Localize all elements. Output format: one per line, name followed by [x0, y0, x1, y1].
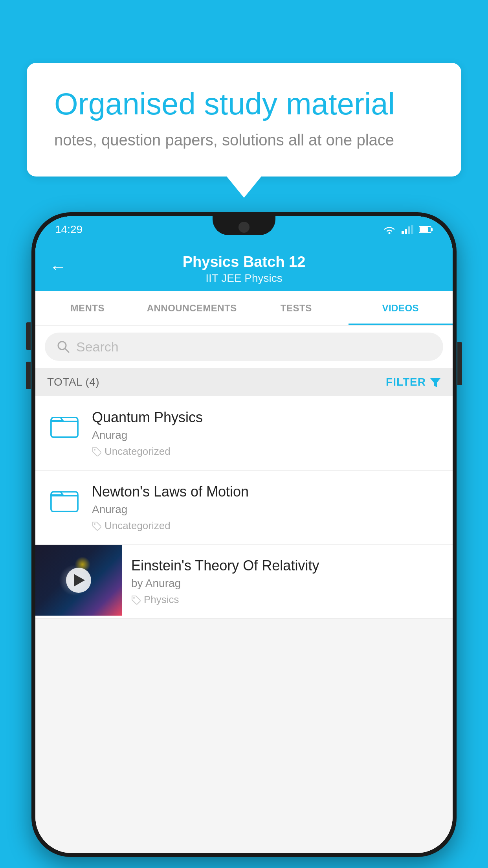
- phone-mockup: 14:29: [31, 212, 457, 857]
- svg-point-0: [389, 232, 391, 234]
- tab-tests[interactable]: TESTS: [244, 291, 349, 325]
- filter-button[interactable]: FILTER: [386, 376, 441, 388]
- screen-content: 14:29: [35, 216, 453, 853]
- video-author: Anurag: [92, 429, 443, 441]
- video-tag: Uncategorized: [92, 445, 443, 458]
- svg-rect-3: [408, 226, 410, 234]
- folder-icon-2: [49, 485, 80, 513]
- search-icon: [57, 340, 70, 353]
- svg-line-9: [65, 348, 69, 352]
- app-title: Physics Batch 12: [183, 254, 306, 270]
- video-item-newton[interactable]: Newton's Laws of Motion Anurag Uncategor…: [35, 471, 453, 545]
- video-item-content-3: Einstein's Theory Of Relativity by Anura…: [122, 545, 453, 618]
- signal-icon: [402, 225, 413, 234]
- speech-bubble-title: Organised study material: [54, 86, 434, 122]
- status-time: 14:29: [55, 223, 83, 236]
- folder-icon: [49, 410, 80, 439]
- video-item-einstein[interactable]: Einstein's Theory Of Relativity by Anura…: [35, 545, 453, 619]
- search-bar[interactable]: Search: [45, 333, 443, 361]
- tab-bar: MENTS ANNOUNCEMENTS TESTS VIDEOS: [35, 291, 453, 326]
- app-header: ← Physics Batch 12 IIT JEE Physics: [35, 243, 453, 291]
- speech-bubble: Organised study material notes, question…: [27, 63, 461, 198]
- svg-point-12: [94, 449, 95, 451]
- speech-bubble-arrow: [227, 177, 261, 198]
- play-triangle-icon: [74, 574, 85, 587]
- video-author-3: by Anurag: [131, 577, 443, 590]
- volume-up-button[interactable]: [26, 322, 31, 350]
- video-item-content-2: Newton's Laws of Motion Anurag Uncategor…: [92, 483, 443, 532]
- tag-icon-3: [131, 595, 141, 605]
- screen-top-area: 14:29: [35, 216, 453, 326]
- play-button[interactable]: [66, 568, 91, 593]
- search-container: Search: [35, 326, 453, 368]
- tab-ments[interactable]: MENTS: [35, 291, 140, 325]
- video-tag-3: Physics: [131, 594, 443, 606]
- status-bar: 14:29: [35, 216, 453, 243]
- svg-rect-6: [431, 228, 433, 231]
- svg-rect-2: [405, 229, 407, 234]
- power-button[interactable]: [457, 342, 462, 385]
- svg-marker-10: [430, 378, 441, 387]
- video-tag-2: Uncategorized: [92, 520, 443, 532]
- total-count: TOTAL (4): [47, 376, 99, 388]
- tag-icon: [92, 447, 101, 456]
- svg-point-15: [133, 597, 135, 599]
- app-subtitle: IIT JEE Physics: [205, 272, 283, 285]
- videos-content: Search TOTAL (4) FILTER: [35, 326, 453, 853]
- filter-bar: TOTAL (4) FILTER: [35, 368, 453, 396]
- search-placeholder: Search: [76, 339, 119, 355]
- svg-rect-1: [402, 231, 404, 234]
- video-title-2: Newton's Laws of Motion: [92, 483, 443, 500]
- battery-icon: [419, 226, 433, 234]
- tab-announcements[interactable]: ANNOUNCEMENTS: [140, 291, 244, 325]
- video-title: Quantum Physics: [92, 409, 443, 426]
- svg-point-14: [94, 523, 95, 525]
- speech-bubble-subtitle: notes, question papers, solutions all at…: [54, 131, 434, 149]
- video-title-3: Einstein's Theory Of Relativity: [131, 557, 443, 574]
- speech-bubble-card: Organised study material notes, question…: [27, 63, 461, 177]
- filter-icon: [430, 377, 441, 387]
- video-author-2: Anurag: [92, 503, 443, 516]
- folder-icon-container: [45, 409, 84, 439]
- video-item-content: Quantum Physics Anurag Uncategorized: [92, 409, 443, 458]
- svg-rect-7: [420, 227, 428, 232]
- tag-icon-2: [92, 521, 101, 531]
- folder-icon-container-2: [45, 483, 84, 513]
- volume-down-button[interactable]: [26, 362, 31, 389]
- phone-outer: 14:29: [31, 212, 457, 857]
- video-thumbnail: [35, 545, 122, 616]
- svg-rect-4: [411, 225, 413, 234]
- status-icons: [383, 224, 433, 235]
- video-item-quantum[interactable]: Quantum Physics Anurag Uncategorized: [35, 396, 453, 471]
- wifi-icon: [383, 224, 396, 235]
- back-button[interactable]: ←: [50, 257, 67, 277]
- phone-screen: 14:29: [35, 216, 453, 853]
- tab-videos[interactable]: VIDEOS: [349, 291, 453, 325]
